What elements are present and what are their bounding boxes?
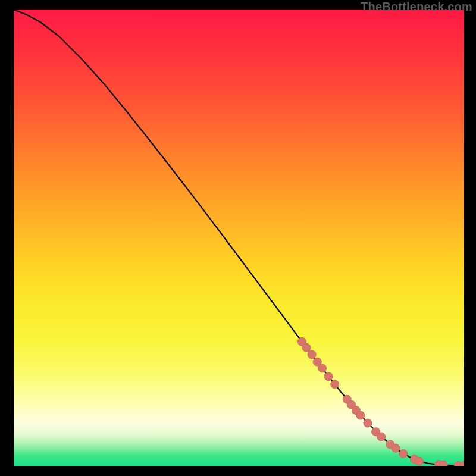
data-point-marker — [377, 433, 386, 441]
data-point-marker — [356, 411, 365, 419]
watermark-text: TheBottleneck.com — [361, 0, 472, 14]
data-point-marker — [364, 419, 372, 427]
data-point-marker — [439, 461, 447, 466]
chart-svg — [14, 10, 464, 466]
data-point-marker — [302, 343, 311, 352]
data-point-marker — [331, 380, 339, 389]
plot-area — [14, 10, 464, 466]
data-point-marker — [415, 457, 423, 465]
data-point-marker — [308, 350, 316, 359]
data-point-marker — [399, 450, 408, 458]
data-point-marker — [318, 364, 327, 372]
marker-group — [298, 337, 464, 466]
curve-path — [14, 10, 464, 465]
data-point-marker — [324, 372, 333, 381]
chart-stage: TheBottleneck.com — [0, 0, 476, 476]
data-point-marker — [392, 444, 400, 452]
